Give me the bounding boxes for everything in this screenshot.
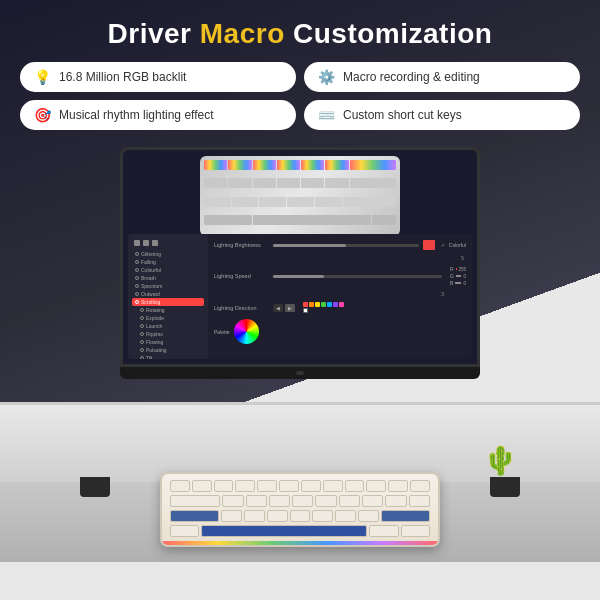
kb-key bbox=[269, 495, 290, 507]
r-label: R bbox=[450, 266, 454, 272]
sidebar-item-launch[interactable]: Launch bbox=[132, 322, 204, 330]
kbd-key bbox=[372, 215, 396, 225]
sidebar-item-colourful[interactable]: Colourful bbox=[132, 266, 204, 274]
kb-key-space bbox=[201, 525, 367, 537]
color-swatch-green[interactable] bbox=[321, 302, 326, 307]
kbd-key bbox=[204, 160, 227, 170]
kb-key bbox=[222, 495, 243, 507]
kb-key bbox=[279, 480, 299, 492]
sidebar-item-outward[interactable]: Outward bbox=[132, 290, 204, 298]
kb-key-enter bbox=[381, 510, 430, 522]
backlit-icon: 💡 bbox=[34, 69, 51, 85]
kb-key bbox=[267, 510, 288, 522]
kb-key bbox=[345, 480, 365, 492]
g-label: G bbox=[450, 273, 454, 279]
kb-key bbox=[170, 525, 199, 537]
kbd-key bbox=[228, 178, 251, 188]
kbd-key bbox=[350, 178, 397, 188]
kb-key bbox=[170, 480, 190, 492]
speed-slider[interactable] bbox=[273, 275, 442, 278]
kb-key bbox=[170, 495, 220, 507]
sidebar-item-pulsating[interactable]: Pulsating bbox=[132, 346, 204, 354]
kbd-key bbox=[301, 160, 324, 170]
sidebar-item-glittering[interactable]: Glittering bbox=[132, 250, 204, 258]
kbd-key bbox=[232, 197, 259, 207]
kbd-key bbox=[343, 197, 396, 207]
keyboard-desk bbox=[160, 472, 440, 552]
feature-shortcut-label: Custom short cut keys bbox=[343, 108, 462, 122]
feature-macro: ⚙️ Macro recording & editing bbox=[304, 62, 580, 92]
sidebar-item-spectrum[interactable]: Spectrum bbox=[132, 282, 204, 290]
color-swatch-purple[interactable] bbox=[333, 302, 338, 307]
kbd-key bbox=[253, 160, 276, 170]
software-ui: Glittering Falling Colourful Breath Spec… bbox=[128, 234, 472, 359]
title-highlight: Macro bbox=[200, 18, 285, 49]
title-prefix: Driver bbox=[108, 18, 200, 49]
color-swatch-blue[interactable] bbox=[327, 302, 332, 307]
direction-left-btn[interactable]: ◀ bbox=[273, 304, 283, 312]
kb-key bbox=[214, 480, 234, 492]
main-visual: Glittering Falling Colourful Breath Spec… bbox=[0, 142, 600, 562]
rhythm-icon: 🎯 bbox=[34, 107, 51, 123]
brightness-label: Lighting Brightness bbox=[214, 242, 269, 248]
brightness-value: 5 bbox=[214, 255, 464, 261]
kbd-key bbox=[325, 160, 348, 170]
keyboard-keys bbox=[162, 474, 438, 547]
feature-backlit-label: 16.8 Million RGB backlit bbox=[59, 70, 186, 84]
page-title: Driver Macro Customization bbox=[20, 18, 580, 50]
feature-rhythm-label: Musical rhythm lighting effect bbox=[59, 108, 214, 122]
sidebar-item-scrolling[interactable]: Scrolling bbox=[132, 298, 204, 306]
kbd-key bbox=[350, 160, 397, 170]
monitor-bezel-bottom bbox=[120, 367, 480, 379]
kb-key bbox=[335, 510, 356, 522]
kb-key bbox=[246, 495, 267, 507]
kb-key bbox=[315, 495, 336, 507]
color-swatch-red[interactable] bbox=[303, 302, 308, 307]
direction-right-btn[interactable]: ▶ bbox=[285, 304, 295, 312]
r-value: 255 bbox=[458, 267, 466, 272]
kb-key bbox=[409, 495, 430, 507]
controls-panel: Lighting Brightness ✓ Colorful 5 Light bbox=[208, 234, 472, 359]
sidebar-item-rotating[interactable]: Rotating bbox=[132, 306, 204, 314]
kbd-key bbox=[287, 197, 314, 207]
kbd-key-spacebar bbox=[253, 215, 372, 225]
g-value: 0 bbox=[463, 274, 466, 279]
sidebar-item-explode[interactable]: Explode bbox=[132, 314, 204, 322]
title-suffix: Customization bbox=[285, 18, 493, 49]
keyboard-on-screen bbox=[200, 156, 400, 236]
brightness-slider[interactable] bbox=[273, 244, 419, 247]
kb-key bbox=[362, 495, 383, 507]
kbd-key bbox=[204, 197, 231, 207]
sidebar-item-tilt[interactable]: Tilt bbox=[132, 354, 204, 359]
color-swatch-orange[interactable] bbox=[309, 302, 314, 307]
color-swatch bbox=[423, 240, 435, 250]
kb-key bbox=[235, 480, 255, 492]
speed-label: Lighting Speed bbox=[214, 273, 269, 279]
kb-key bbox=[192, 480, 212, 492]
kb-key bbox=[358, 510, 379, 522]
color-swatch-white[interactable] bbox=[303, 308, 308, 313]
monitor: Glittering Falling Colourful Breath Spec… bbox=[120, 147, 480, 379]
sidebar-item-breath[interactable]: Breath bbox=[132, 274, 204, 282]
kbd-key bbox=[204, 178, 227, 188]
sidebar-item-ripples[interactable]: Ripples bbox=[132, 330, 204, 338]
speed-value: 3 bbox=[214, 291, 444, 297]
kb-key-caps bbox=[170, 510, 219, 522]
b-label: B bbox=[450, 280, 453, 286]
kb-key bbox=[301, 480, 321, 492]
kb-key bbox=[221, 510, 242, 522]
sidebar-item-falling[interactable]: Falling bbox=[132, 258, 204, 266]
keyboard-rgb-bar bbox=[162, 541, 438, 545]
palette-wheel[interactable] bbox=[234, 319, 259, 344]
kb-key bbox=[323, 480, 343, 492]
kb-key bbox=[339, 495, 360, 507]
color-swatch-yellow[interactable] bbox=[315, 302, 320, 307]
kbd-key bbox=[259, 197, 286, 207]
colorful-label: Colorful bbox=[449, 242, 466, 248]
color-swatch-pink[interactable] bbox=[339, 302, 344, 307]
speed-row: Lighting Speed R 255 bbox=[214, 266, 466, 286]
sidebar-item-flowing[interactable]: Flowing bbox=[132, 338, 204, 346]
kb-key bbox=[312, 510, 333, 522]
kb-key bbox=[385, 495, 406, 507]
kbd-key bbox=[301, 178, 324, 188]
